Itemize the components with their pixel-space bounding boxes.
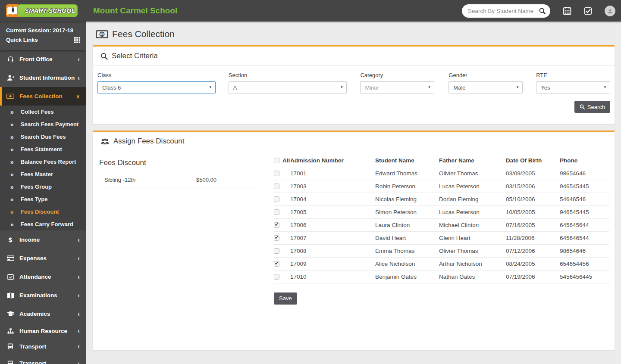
chevron-left-icon: ‹	[78, 75, 80, 81]
search-icon	[100, 53, 108, 60]
sidebar-item-transport-2[interactable]: Transport ‹	[0, 354, 86, 364]
sidebar-subitem-fees-carry-forward[interactable]: »Fees Carry Forward	[0, 218, 86, 230]
search-icon	[580, 104, 585, 109]
sidebar-subitem-fees-group[interactable]: »Fees Group	[0, 180, 86, 193]
chevron-left-icon: ‹	[78, 236, 80, 243]
table-row: 17001 Edward Thomas Olivier Thomas 03/09…	[274, 167, 609, 180]
search-icon[interactable]	[539, 7, 546, 15]
credit-card-icon	[6, 255, 14, 262]
gender-label: Gender	[448, 72, 523, 78]
col-student-name: Student Name	[375, 154, 439, 167]
sidebar-subitem-search-fees-payment[interactable]: »Search Fees Payment	[0, 118, 86, 131]
sidebar-item-fees-collection[interactable]: Fees Collection ∨	[0, 87, 86, 106]
chevron-left-icon: ‹	[78, 56, 80, 63]
student-search-box[interactable]	[462, 4, 550, 18]
open-book-icon	[6, 292, 14, 299]
sidebar-item-student-information[interactable]: Student Information ‹	[0, 68, 86, 87]
chevron-left-icon: ‹	[78, 274, 80, 280]
top-header: SMART SCHOOL Mount Carmel School	[0, 0, 621, 22]
dollar-icon: $	[6, 236, 14, 243]
sidebar-item-examinations[interactable]: Examinations ‹	[0, 286, 86, 305]
row-checkbox[interactable]	[274, 171, 279, 176]
calendar-icon[interactable]	[563, 6, 571, 15]
col-father-name: Father Name	[439, 154, 506, 167]
row-checkbox[interactable]	[274, 235, 279, 241]
double-angle-icon: »	[10, 121, 14, 128]
row-checkbox[interactable]	[274, 209, 279, 215]
row-checkbox[interactable]	[274, 248, 279, 254]
students-table-wrap: All Admission Number Student Name Father…	[274, 154, 609, 305]
user-plus-icon	[6, 75, 14, 81]
current-session: Current Session: 2017-18	[6, 26, 80, 35]
section-select[interactable]: A	[229, 81, 347, 93]
sidebar-item-academics[interactable]: Academics ‹	[0, 305, 86, 323]
sidebar-item-attendance[interactable]: Attendance ‹	[0, 268, 86, 286]
chevron-left-icon: ‹	[78, 360, 80, 364]
col-admission-number: Admission Number	[290, 154, 375, 167]
class-select[interactable]: Class 6	[97, 81, 216, 93]
graduation-cap-icon	[6, 311, 14, 317]
avatar-figure-icon	[607, 8, 613, 14]
table-row: 17009 Alice Nicholson Arthur Nicholson 0…	[274, 257, 609, 270]
bus-icon	[6, 343, 14, 350]
save-button[interactable]: Save	[274, 292, 297, 305]
rte-select[interactable]: Yes	[536, 81, 610, 93]
sidebar-subitem-balance-fees-report[interactable]: »Balance Fees Report	[0, 156, 86, 168]
select-all-label: All	[282, 157, 290, 164]
discount-list-item[interactable]: Sibling -12th $500.00	[99, 172, 261, 187]
sidebar-subitem-fees-discount[interactable]: »Fees Discount	[0, 205, 86, 218]
category-label: Category	[360, 72, 434, 78]
sidebar-item-expenses[interactable]: Expenses ‹	[0, 249, 86, 268]
calendar-check-icon	[6, 274, 14, 280]
category-select[interactable]: Minor	[360, 81, 434, 93]
student-search-input[interactable]	[468, 8, 539, 14]
user-avatar[interactable]	[605, 6, 615, 16]
sidebar-item-human-resource[interactable]: Human Resource ‹	[0, 323, 86, 339]
headset-icon	[6, 56, 14, 63]
sidebar-item-front-office[interactable]: Front Office ‹	[0, 50, 86, 68]
table-row: 17008 Emma Thomas Olivier Thomas 07/12/2…	[274, 244, 609, 257]
double-angle-icon: »	[10, 208, 14, 215]
tasks-check-icon[interactable]	[584, 7, 592, 15]
double-angle-icon: »	[10, 196, 14, 203]
main-content: 1 Fees Collection Select Criteria Class …	[86, 22, 621, 364]
row-checkbox[interactable]	[274, 261, 279, 267]
table-header-row: All Admission Number Student Name Father…	[274, 154, 609, 167]
sidebar-item-transport-1[interactable]: Transport ‹	[0, 339, 86, 354]
quick-links-label[interactable]: Quick Links	[6, 35, 38, 45]
search-button[interactable]: Search	[574, 101, 610, 113]
section-label: Section	[229, 72, 347, 78]
table-row: 17004 Nicolas Fleming Dorian Fleming 05/…	[274, 193, 609, 205]
sidebar-subitem-fees-type[interactable]: »Fees Type	[0, 193, 86, 205]
bus-icon	[6, 360, 14, 364]
row-checkbox[interactable]	[274, 274, 279, 280]
table-row: 17003 Robin Peterson Lucas Peterson 03/1…	[274, 180, 609, 193]
double-angle-icon: »	[10, 171, 14, 178]
sidebar-subitem-fees-master[interactable]: »Fees Master	[0, 168, 86, 180]
table-row: 17005 Simon Peterson Lucas Peterson 10/0…	[274, 205, 609, 218]
double-angle-icon: »	[10, 109, 14, 115]
row-checkbox[interactable]	[274, 222, 279, 228]
app-logo[interactable]: SMART SCHOOL	[0, 0, 86, 22]
brand-name: SMART SCHOOL	[25, 7, 75, 14]
row-checkbox[interactable]	[274, 196, 279, 202]
fees-discount-panel: Fees Discount Sibling -12th $500.00	[99, 154, 261, 305]
select-criteria-card: Select Criteria Class Class 6 Section A …	[93, 45, 615, 124]
svg-text:1: 1	[101, 32, 103, 36]
row-checkbox[interactable]	[274, 184, 279, 189]
discount-name: Sibling -12th	[104, 177, 196, 183]
sidebar-item-income[interactable]: $ Income ‹	[0, 230, 86, 249]
select-all-checkbox[interactable]	[274, 158, 279, 163]
gender-select[interactable]: Male	[448, 81, 523, 93]
sidebar: Current Session: 2017-18 Quick Links Fro…	[0, 22, 86, 364]
sidebar-subitem-collect-fees[interactable]: »Collect Fees	[0, 106, 86, 118]
double-angle-icon: »	[10, 159, 14, 165]
students-table: All Admission Number Student Name Father…	[274, 154, 609, 283]
sidebar-subitem-search-due-fees[interactable]: »Search Due Fees	[0, 131, 86, 143]
sidebar-subitem-fees-statement[interactable]: »Fees Statement	[0, 143, 86, 156]
grid-icon[interactable]	[74, 37, 80, 43]
double-angle-icon: »	[10, 134, 14, 140]
assign-fees-discount-card: Assign Fees Discount Fees Discount Sibli…	[93, 131, 615, 350]
chevron-left-icon: ‹	[78, 327, 80, 334]
chevron-down-icon: ∨	[76, 94, 80, 99]
